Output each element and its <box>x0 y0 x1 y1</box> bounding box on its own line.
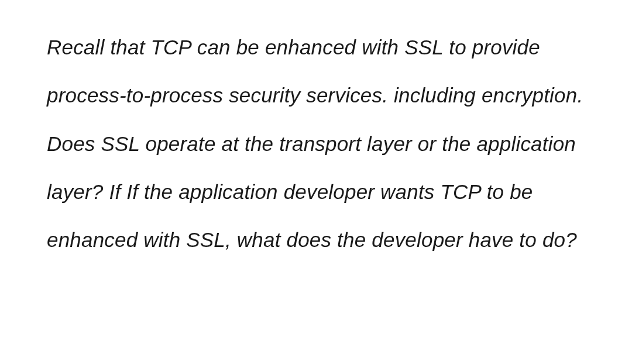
question-paragraph: Recall that TCP can be enhanced with SSL… <box>47 23 585 264</box>
